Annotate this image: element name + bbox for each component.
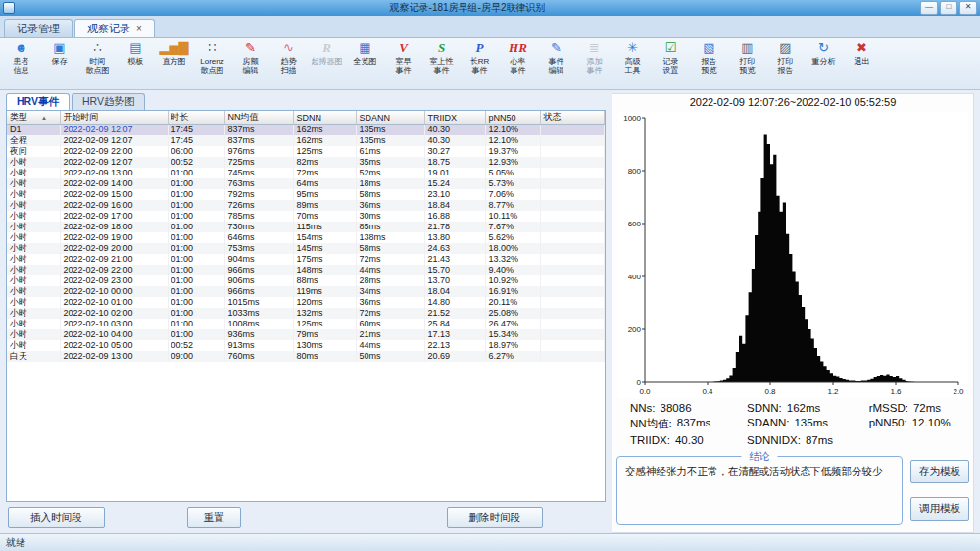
stat-label: SDNN:	[747, 402, 782, 414]
toolbar-button-template[interactable]: ▤模板	[117, 40, 155, 83]
cell-nn-mean: 1015ms	[224, 297, 293, 308]
column-header-sdnn[interactable]: SDNN	[293, 111, 356, 125]
table-row[interactable]: 小时2022-02-10 04:0001:00936ms79ms21ms17.1…	[7, 329, 605, 340]
cell-duration: 01:00	[168, 276, 224, 286]
app-icon	[3, 2, 15, 14]
toolbar-button-pvc-event[interactable]: V室早 事件	[384, 40, 422, 83]
cell-start: 2022-02-09 22:00	[60, 265, 168, 276]
toolbar-button-record-settings[interactable]: ☑记录 设置	[652, 40, 690, 83]
toolbar-button-lorenz[interactable]: ∷Lorenz 散点图	[193, 40, 231, 83]
minimize-icon[interactable]: —	[920, 1, 938, 15]
table-row[interactable]: 夜间2022-02-09 22:0006:00976ms125ms61ms30.…	[7, 146, 605, 157]
svg-text:0.4: 0.4	[702, 387, 713, 396]
cell-sdnn: 119ms	[293, 286, 356, 297]
table-row[interactable]: 小时2022-02-09 12:0700:52725ms82ms35ms18.7…	[7, 157, 605, 168]
table-row[interactable]: 小时2022-02-09 13:0001:00745ms72ms52ms19.0…	[7, 168, 605, 178]
hrv-events-table: 类型▲开始时间时长NN均值SDNNSDANNTRIIDXpNN50状态 D120…	[6, 110, 606, 502]
cell-start: 2022-02-09 20:00	[60, 243, 168, 254]
subtab-hrv-events[interactable]: HRV事件	[6, 93, 70, 110]
toolbar-button-exit[interactable]: ✖退出	[843, 40, 881, 83]
maximize-icon[interactable]: □	[940, 1, 957, 15]
table-row[interactable]: 小时2022-02-10 00:0001:00966ms119ms34ms18.…	[7, 286, 605, 297]
column-header-pnn50[interactable]: pNN50	[485, 111, 540, 125]
toolbar-button-sve-event[interactable]: S室上性 事件	[422, 40, 461, 83]
cell-type: 小时	[7, 276, 60, 286]
cell-pnn50: 8.77%	[485, 200, 540, 211]
cell-nn-mean: 1033ms	[224, 308, 293, 319]
cell-nn-mean: 906ms	[224, 276, 293, 286]
af-edit-icon: ✎	[245, 40, 256, 56]
toolbar-button-time-scatter[interactable]: ∴时间 散点图	[78, 40, 117, 83]
subtab-hrv-trend[interactable]: HRV趋势图	[72, 93, 145, 110]
table-row[interactable]: D12022-02-09 12:0717:45837ms162ms135ms40…	[7, 125, 605, 136]
table-row[interactable]: 小时2022-02-09 21:0001:00904ms175ms72ms21.…	[7, 254, 605, 265]
cell-triidx: 21.43	[424, 254, 485, 265]
table-row[interactable]: 小时2022-02-10 05:0000:52913ms130ms44ms22.…	[7, 340, 605, 351]
column-header-start[interactable]: 开始时间	[60, 111, 168, 125]
svg-text:800: 800	[628, 167, 642, 175]
tab-close-icon[interactable]: ×	[136, 24, 142, 34]
table-row[interactable]: 小时2022-02-10 03:0001:001008ms125ms60ms25…	[7, 319, 605, 329]
toolbar-button-overview[interactable]: ▦全览图	[346, 40, 384, 83]
column-header-nn-mean[interactable]: NN均值	[224, 111, 293, 125]
table-row[interactable]: 小时2022-02-09 15:0001:00792ms95ms58ms23.1…	[7, 189, 605, 200]
window-title: 观察记录-181房早组-房早2联律识别	[15, 1, 920, 15]
toolbar-button-hr-event[interactable]: HR心率 事件	[499, 40, 537, 83]
stat-nns: NNs:38086	[630, 402, 747, 414]
table-row[interactable]: 全程2022-02-09 12:0717:45837ms162ms135ms40…	[7, 135, 605, 146]
table-row[interactable]: 小时2022-02-09 19:0001:00646ms154ms138ms13…	[7, 232, 605, 243]
reset-button[interactable]: 重置	[187, 507, 241, 528]
toolbar-button-event-edit[interactable]: ✎事件 编辑	[537, 40, 575, 83]
close-icon[interactable]: ✕	[959, 1, 977, 15]
cell-nn-mean: 792ms	[224, 189, 293, 200]
toolbar-button-trend-scan[interactable]: ∿趋势 扫描	[270, 40, 308, 83]
tab-observation-record[interactable]: 观察记录 ×	[74, 19, 155, 37]
save-icon: ▣	[53, 40, 65, 56]
column-header-duration[interactable]: 时长	[168, 111, 224, 125]
toolbar-button-print-report[interactable]: ▨打印 报告	[766, 40, 805, 83]
table-row[interactable]: 白天2022-02-09 13:0009:00760ms80ms50ms20.6…	[7, 351, 605, 362]
insert-timespan-button[interactable]: 插入时间段	[8, 507, 105, 528]
table-row[interactable]: 小时2022-02-09 17:0001:00785ms70ms30ms16.8…	[7, 211, 605, 222]
table-row[interactable]: 小时2022-02-09 14:0001:00763ms64ms18ms15.2…	[7, 178, 605, 189]
cell-sdann: 50ms	[356, 351, 424, 362]
toolbar-button-advanced-tools[interactable]: ✳高级 工具	[613, 40, 652, 83]
record-settings-icon: ☑	[665, 40, 677, 56]
tab-record-management[interactable]: 记录管理	[4, 19, 73, 37]
cell-triidx: 30.27	[424, 146, 485, 157]
cell-sdnn: 64ms	[293, 178, 356, 189]
toolbar-button-reanalyze[interactable]: ↻重分析	[805, 40, 843, 83]
toolbar-button-report-preview[interactable]: ▧报告 预览	[690, 40, 728, 83]
column-header-status[interactable]: 状态	[540, 111, 605, 125]
cell-sdnn: 89ms	[293, 200, 356, 211]
table-row[interactable]: 小时2022-02-09 16:0001:00726ms89ms36ms18.8…	[7, 200, 605, 211]
save-template-button[interactable]: 存为模板	[910, 460, 969, 483]
hrv-statistics: NNs:38086SDNN:162msrMSSD:72msNN均值:837msS…	[616, 398, 969, 448]
load-template-button[interactable]: 调用模板	[910, 497, 969, 521]
pvc-event-icon: V	[399, 40, 408, 56]
table-row[interactable]: 小时2022-02-10 02:0001:001033ms132ms72ms21…	[7, 308, 605, 319]
reanalyze-icon: ↻	[818, 40, 829, 56]
column-header-triidx[interactable]: TRIIDX	[424, 111, 485, 125]
table-row[interactable]: 小时2022-02-10 01:0001:001015ms120ms36ms14…	[7, 297, 605, 308]
table-row[interactable]: 小时2022-02-09 20:0001:00753ms145ms58ms24.…	[7, 243, 605, 254]
toolbar-button-print-preview[interactable]: ▥打印 预览	[728, 40, 766, 83]
cell-start: 2022-02-10 01:00	[60, 297, 168, 308]
conclusion-box: 结论 交感神经张力不正常，在清醒或活动状态下低频部分较少	[616, 456, 903, 525]
table-row[interactable]: 小时2022-02-09 23:0001:00906ms88ms28ms13.7…	[7, 276, 605, 286]
column-header-type[interactable]: 类型▲	[7, 111, 60, 125]
table-row[interactable]: 小时2022-02-09 22:0001:00966ms148ms44ms15.…	[7, 265, 605, 276]
toolbar-button-af-edit[interactable]: ✎房颤 编辑	[231, 40, 270, 83]
toolbar-button-long-rr-event[interactable]: P长RR 事件	[461, 40, 499, 83]
column-header-sdann[interactable]: SDANN	[356, 111, 424, 125]
toolbar-button-histogram[interactable]: ▂▅▇直方图	[155, 40, 193, 83]
toolbar-button-save[interactable]: ▣保存	[40, 40, 78, 83]
stat-value: 135ms	[794, 417, 828, 431]
delete-timespan-button[interactable]: 删除时间段	[447, 507, 544, 528]
table-row[interactable]: 小时2022-02-09 18:0001:00730ms115ms85ms21.…	[7, 222, 605, 232]
cell-pnn50: 10.11%	[485, 211, 540, 222]
toolbar-button-patient-info[interactable]: ☻患者 信息	[2, 40, 40, 83]
cell-sdnn: 175ms	[293, 254, 356, 265]
cell-start: 2022-02-09 16:00	[60, 200, 168, 211]
toolbar-label-template: 模板	[128, 57, 144, 66]
